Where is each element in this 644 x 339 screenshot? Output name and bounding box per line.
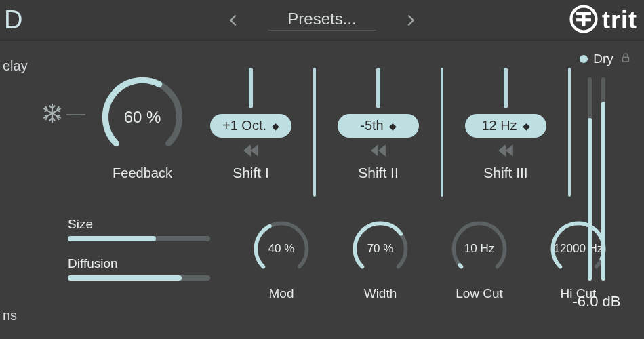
mod-label: Mod	[244, 286, 319, 301]
svg-marker-9	[371, 144, 378, 156]
dropdown-icon: ◆	[389, 121, 397, 132]
svg-marker-11	[498, 144, 506, 156]
output-section: Dry -6.0 dB	[563, 52, 630, 323]
shift-2-value: -5th	[360, 118, 383, 134]
slider-block: Size Diffusion	[68, 217, 210, 296]
svg-rect-13	[623, 57, 629, 62]
shift-1-reverse-icon[interactable]	[242, 144, 260, 159]
lowcut-label: Low Cut	[442, 286, 517, 301]
mod-value: 40 %	[244, 217, 319, 281]
lock-icon[interactable]	[620, 52, 632, 66]
preset-selector: Presets...	[226, 9, 418, 31]
shift-3-value: 12 Hz	[481, 118, 517, 134]
svg-marker-7	[243, 144, 251, 156]
output-level-slider[interactable]	[588, 77, 592, 281]
diffusion-slider[interactable]	[68, 275, 210, 281]
brand-text: trit	[602, 6, 637, 35]
preset-name[interactable]: Presets...	[268, 9, 376, 31]
shift-1-selector[interactable]: +1 Oct. ◆	[210, 114, 291, 138]
shift-2-slider[interactable]	[376, 68, 380, 108]
shift-2-column: -5th ◆ Shift II	[338, 68, 419, 197]
app-logo-letter: D	[4, 5, 24, 35]
shift-2-label: Shift II	[358, 165, 399, 181]
dry-label: Dry	[593, 52, 613, 66]
dropdown-icon: ◆	[272, 121, 279, 132]
freeze-connector-line	[66, 114, 85, 115]
shift-1-value: +1 Oct.	[222, 118, 266, 134]
small-knob-row: 40 % Mod 70 % Width 10 Hz Low Cut 12000 …	[244, 217, 616, 301]
shift-2-selector[interactable]: -5th ◆	[338, 114, 419, 138]
shift-2-reverse-icon[interactable]	[369, 144, 387, 159]
column-divider	[313, 68, 316, 197]
main-panel: 60 % Feedback +1 Oct. ◆ Shift I -5th ◆ S…	[27, 54, 563, 325]
feedback-label: Feedback	[95, 165, 190, 181]
shift-1-label: Shift I	[233, 165, 269, 181]
shift-1-column: +1 Oct. ◆ Shift I	[210, 68, 291, 197]
svg-marker-8	[251, 144, 258, 156]
top-bar: D Presets... trit	[0, 0, 644, 41]
section-label-bottom: ns	[3, 308, 17, 323]
width-value: 70 %	[343, 217, 418, 281]
dropdown-icon: ◆	[523, 121, 530, 132]
shift-3-slider[interactable]	[504, 68, 508, 108]
shift-3-column: 12 Hz ◆ Shift III	[465, 68, 546, 197]
output-meter	[601, 77, 605, 281]
freeze-icon[interactable]	[41, 102, 64, 127]
next-preset-button[interactable]	[403, 13, 418, 28]
column-divider	[441, 68, 443, 197]
svg-marker-10	[378, 144, 386, 156]
size-label: Size	[68, 217, 210, 232]
output-value: -6.0 dB	[563, 293, 630, 311]
feedback-knob[interactable]: 60 % Feedback	[95, 73, 190, 181]
mod-knob[interactable]: 40 % Mod	[244, 217, 319, 301]
svg-marker-12	[506, 144, 513, 156]
lowcut-value: 10 Hz	[442, 217, 517, 281]
brand-logo: trit	[569, 5, 637, 36]
freeze-group	[41, 102, 85, 127]
svg-rect-3	[576, 18, 591, 21]
lowcut-knob[interactable]: 10 Hz Low Cut	[442, 217, 517, 301]
shift-1-slider[interactable]	[249, 68, 253, 108]
previous-preset-button[interactable]	[226, 13, 241, 28]
size-slider[interactable]	[68, 236, 210, 241]
width-knob[interactable]: 70 % Width	[343, 217, 418, 301]
shift-3-selector[interactable]: 12 Hz ◆	[465, 114, 546, 138]
diffusion-label: Diffusion	[68, 256, 210, 271]
brand-icon	[569, 5, 598, 36]
shift-3-label: Shift III	[483, 165, 527, 181]
shift-row: +1 Oct. ◆ Shift I -5th ◆ Shift II 12 Hz …	[210, 68, 571, 197]
shift-3-reverse-icon[interactable]	[497, 144, 515, 159]
output-slider-area	[563, 77, 630, 281]
width-label: Width	[343, 286, 418, 301]
section-label-delay: elay	[3, 58, 28, 74]
dry-indicator-icon	[580, 55, 588, 63]
feedback-value: 60 %	[95, 73, 190, 161]
